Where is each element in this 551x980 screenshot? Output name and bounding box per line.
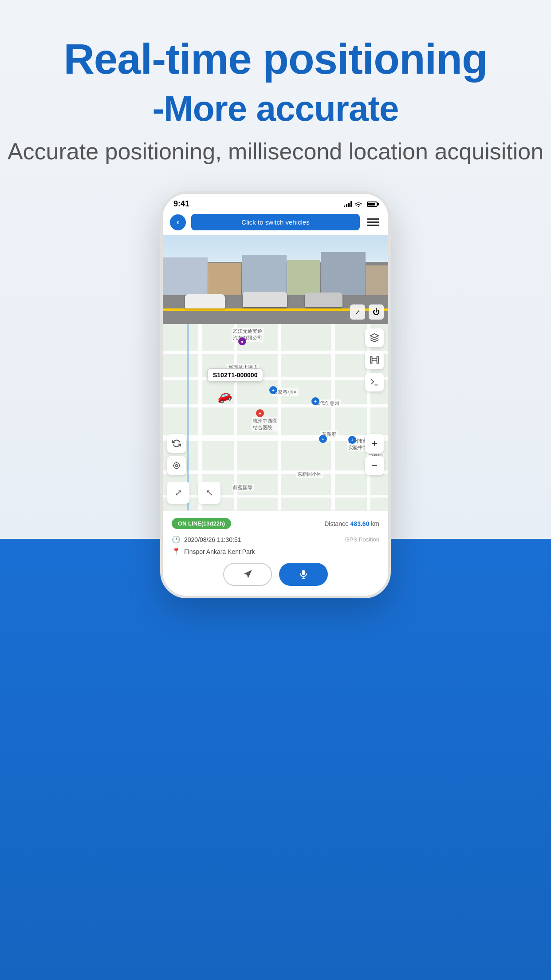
zoom-out-button[interactable]: −: [365, 456, 384, 475]
power-button[interactable]: ⏻: [369, 304, 384, 320]
expand-map-button[interactable]: ⤢: [167, 482, 189, 504]
poi-hospital: +: [256, 409, 264, 417]
fence-icon: [370, 355, 379, 365]
split-view-button[interactable]: ⤡: [198, 482, 220, 504]
hero-subtitle: Accurate positioning, millisecond locati…: [8, 138, 543, 165]
status-bar: 9:41: [163, 194, 388, 210]
distance-value: 483.60: [350, 520, 370, 527]
clock-icon: 🕐: [172, 535, 181, 544]
navigate-icon: [242, 569, 253, 580]
expand-buttons: ⤢ ⤡: [167, 482, 220, 504]
location-row: 📍 Finspor Ankara Kent Park: [172, 547, 379, 556]
page-wrapper: Real-time positioning -More accurate Acc…: [0, 0, 551, 598]
gps-badge: GPS Position: [345, 536, 379, 543]
svg-rect-0: [370, 357, 372, 364]
power-icon: ⏻: [373, 308, 380, 316]
location-text: Finspor Ankara Kent Park: [184, 548, 379, 555]
back-button[interactable]: ‹: [170, 214, 186, 230]
buildings: [163, 244, 388, 297]
svg-marker-11: [244, 570, 252, 578]
location-button[interactable]: [167, 456, 186, 475]
svg-rect-1: [377, 357, 379, 364]
map-label-1: 乙江元通宝通汽车有限公司: [232, 328, 264, 342]
nav-bar: ‹ Click to switch vehicles: [163, 210, 388, 235]
zoom-in-button[interactable]: +: [365, 434, 384, 453]
battery-icon: [367, 202, 378, 207]
road-v4: [331, 324, 335, 510]
online-badge: ON LINE(13d22h): [172, 518, 231, 529]
map-controls-left: [167, 434, 186, 475]
location-icon: [172, 461, 181, 470]
mic-button[interactable]: [279, 563, 328, 586]
car-1: [185, 294, 225, 308]
expand-street-view-button[interactable]: ⤢: [350, 304, 365, 320]
road-h1: [163, 351, 388, 354]
status-icons: [344, 201, 378, 207]
distance-text: Distance 483.60 km: [324, 520, 379, 527]
map-controls-right: [365, 328, 384, 391]
info-panel: ON LINE(13d22h) Distance 483.60 km 🕐 202…: [163, 510, 388, 596]
wifi-icon: [354, 201, 362, 207]
status-time: 9:41: [173, 199, 189, 209]
hero-title: Real-time positioning -More accurate: [63, 36, 487, 129]
terminal-button[interactable]: [365, 373, 384, 391]
road-h3: [163, 404, 388, 407]
layers-button[interactable]: [365, 328, 384, 347]
road-v2: [234, 324, 237, 510]
navigate-button[interactable]: [223, 563, 272, 586]
fence-button[interactable]: [365, 351, 384, 369]
signal-icon: [344, 201, 352, 207]
map-label-10: 前蓝国际: [232, 484, 254, 491]
switch-vehicles-tooltip[interactable]: Click to switch vehicles: [191, 214, 360, 230]
action-buttons: [172, 563, 379, 589]
refresh-button[interactable]: [167, 434, 186, 453]
pin-icon: 📍: [172, 547, 181, 556]
phone-mockup: 9:41 ‹ Click to switch vehicles: [160, 191, 391, 598]
status-row: ON LINE(13d22h) Distance 483.60 km: [172, 518, 379, 529]
zoom-controls: + −: [365, 434, 384, 475]
vehicle-label: S102T1-000000: [207, 368, 263, 382]
datetime-text: 2020/08/26 11:30:51: [184, 536, 342, 543]
street-view: ⤢ ⏻: [163, 235, 388, 324]
refresh-icon: [172, 439, 181, 448]
road-h2: [163, 377, 388, 380]
mic-icon: [298, 569, 309, 580]
svg-rect-12: [302, 570, 305, 575]
street-view-controls: ⤢ ⏻: [350, 304, 384, 320]
poi-1: ●: [238, 337, 246, 345]
map-area: 乙江元通宝通汽车有限公司 新西莱大酒店 次家巷小区 现代创意园 杭州中西医结合医…: [163, 324, 388, 510]
poi-4: +: [319, 435, 327, 443]
road-h5: [163, 470, 388, 474]
map-label-9: 东新园小区: [296, 470, 323, 478]
menu-button[interactable]: [365, 214, 381, 230]
datetime-row: 🕐 2020/08/26 11:30:51 GPS Position: [172, 535, 379, 544]
expand-icon: ⤢: [355, 308, 360, 316]
svg-point-5: [176, 465, 178, 467]
car-2: [243, 292, 287, 307]
terminal-icon: [370, 377, 379, 387]
road-v3: [278, 324, 281, 510]
vehicle-icon: 🚗: [214, 386, 233, 405]
car-3: [305, 292, 342, 307]
layers-icon: [370, 333, 379, 343]
map-label-5: 杭州中西医结合医院: [252, 417, 279, 431]
back-icon: ‹: [177, 217, 179, 227]
svg-point-6: [173, 463, 179, 469]
